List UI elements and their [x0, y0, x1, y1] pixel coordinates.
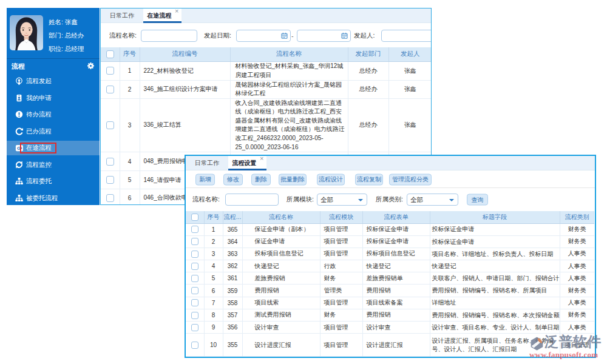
flow-design-button[interactable]: 流程设计 — [317, 174, 345, 185]
cell-seq: 4 — [120, 152, 140, 171]
table-row[interactable]: 6 359 费用报销 管理类 费用报销 费用报销、报销编号、报销名称、所属项目 … — [186, 285, 594, 297]
table-row[interactable]: 4 362 快递登记 行政 快递登记 快递登记 人事类 — [186, 260, 594, 272]
tab-flow-settings[interactable]: 流程设置× — [228, 156, 266, 170]
table-row[interactable]: 1 222_材料验收登记 材料验收登记_材料采购_张鑫_华润12城房建工程项目 … — [101, 61, 432, 80]
cell-flow-category: 财务类 — [560, 223, 594, 235]
chevron-down-icon — [358, 199, 363, 201]
sidebar-item-todo-flow[interactable]: 待办流程 — [7, 106, 100, 123]
cell-seq: 6 — [204, 285, 223, 297]
date-to-input[interactable] — [297, 30, 351, 42]
table-row[interactable]: 3 336_竣工结算 收入合同_改建铁路成渝线增建第二直通线（成渝枢纽）电力线路… — [101, 98, 432, 152]
row-checkbox[interactable] — [191, 312, 198, 319]
cell-flow-name: 差旅费报销 — [242, 272, 320, 285]
edit-button[interactable]: 修改 — [223, 174, 243, 185]
cell-flow-module: 财务 — [320, 309, 362, 321]
table-row[interactable]: 5 361 差旅费报销 财务 差旅费报销单 关联客户、报销人、申请日期、部门、报… — [186, 272, 594, 285]
delete-button[interactable]: 删除 — [251, 174, 271, 185]
settings-tabbar: 日常工作 流程设置× — [186, 156, 595, 170]
search-button[interactable]: 查询 — [467, 194, 488, 206]
sitemap-icon — [15, 177, 23, 185]
table-row[interactable]: 7 358 项目线索 项目管理 项目线索备案 详细地址 人事类 — [186, 297, 594, 309]
cell-flow-name: 收入合同_改建铁路成渝线增建第二直通线（成渝枢纽）电力线路迁改工程_西安盛器金属… — [230, 98, 348, 152]
row-checkbox[interactable] — [106, 86, 114, 93]
sidebar-item-transit-flow[interactable]: G 在途流程 — [7, 141, 100, 155]
row-checkbox[interactable] — [191, 299, 198, 306]
table-row[interactable]: 10 355 设计进度汇报 项目管理 设计进度汇报 设计进度汇报、所属项目、任务… — [186, 334, 594, 357]
flow-copy-button[interactable]: 流程复制 — [355, 174, 383, 185]
profile-name-label: 姓名: — [49, 18, 63, 25]
cell-title-fields: 快递登记 — [430, 260, 560, 272]
row-checkbox[interactable] — [191, 324, 198, 331]
settings-toolbar: 新增 修改 删除 批量删除 流程设计 流程复制 管理流程分类 — [186, 171, 595, 188]
select-all-checkbox[interactable] — [191, 214, 198, 221]
header-cell: 发起人 — [388, 47, 432, 61]
manage-flow-category-button[interactable]: 管理流程分类 — [389, 174, 432, 185]
cell-checkbox — [101, 189, 120, 205]
add-button[interactable]: 新增 — [195, 174, 215, 185]
row-checkbox[interactable] — [106, 158, 114, 166]
cell-flow-category: 人事类 — [560, 322, 594, 334]
category-select-value: 全部 — [410, 196, 423, 203]
cell-flow-code: 356 — [223, 322, 242, 334]
row-checkbox[interactable] — [191, 263, 198, 270]
tab-transit-flow[interactable]: 在途流程× — [143, 8, 181, 23]
cell-flow-category: 财务类 — [560, 235, 594, 248]
module-select-value: 全部 — [320, 196, 333, 203]
close-icon[interactable]: × — [175, 8, 178, 15]
sidebar-item-flow-monitor[interactable]: 流程监控 — [7, 157, 100, 174]
row-checkbox[interactable] — [191, 251, 198, 258]
cell-flow-code: 357 — [223, 309, 242, 321]
row-checkbox[interactable] — [191, 287, 198, 294]
sidebar-item-my-applications[interactable]: 我的申请 — [7, 90, 100, 107]
tab-daily-work-2[interactable]: 日常工作 — [188, 156, 226, 170]
module-select[interactable]: 全部 — [317, 194, 367, 206]
category-select[interactable]: 全部 — [407, 194, 458, 206]
row-checkbox[interactable] — [191, 342, 198, 349]
cell-seq: 7 — [204, 297, 223, 309]
flow-name-input-2[interactable] — [225, 194, 279, 206]
cell-flow-form: 设计审查 — [362, 322, 430, 334]
cell-title-fields: 详细地址 — [430, 297, 560, 309]
row-checkbox[interactable] — [106, 194, 114, 202]
table-row[interactable]: 2 346_施工组织设计方案申请 晟铭园林绿化工程组织设计方案_晟铭园林绿化工程… — [101, 80, 432, 98]
row-checkbox[interactable] — [106, 67, 114, 75]
flow-name-label: 流程名称: — [109, 32, 137, 40]
tab-daily-work[interactable]: 日常工作 — [103, 8, 141, 23]
cell-checkbox — [186, 235, 204, 248]
sidebar-item-label: 被委托流程 — [26, 194, 58, 202]
table-row[interactable]: 9 356 设计审查 项目管理 设计审查 设计审查、项目名称、专业、设计人、制单… — [186, 322, 594, 334]
select-all-checkbox[interactable] — [106, 50, 114, 58]
header-cell: 标题字段 — [430, 211, 560, 223]
cell-flow-category: 财务类 — [560, 285, 594, 297]
exclamation-circle-icon — [15, 110, 23, 118]
initiator-input[interactable] — [381, 30, 432, 42]
row-checkbox[interactable] — [191, 238, 198, 245]
row-checkbox[interactable] — [191, 275, 198, 282]
cell-flow-name: 费用报销 — [242, 285, 320, 297]
table-row[interactable]: 3 363 投标项目信息登记 项目管理 投标项目信息登记 项目名称、详细地址、投… — [186, 248, 594, 260]
table-row[interactable]: 2 364 保证金申请 项目管理 投标保证金申请 投标保证金申请 财务类 — [186, 235, 594, 248]
cell-flow-form: 投标保证金申请 — [362, 223, 430, 235]
table-row[interactable]: 8 357 测试费用报销 财务 费用报销 费用报销、报销编号、报销名称、本次报销… — [186, 309, 594, 321]
sidebar: 姓名: 张鑫 部门: 总经办 职位: 总经理 流程 流程发起 我的申请 待办流程… — [7, 8, 100, 205]
batch-delete-button[interactable]: 批量删除 — [279, 174, 307, 185]
gear-icon[interactable] — [87, 62, 94, 69]
close-icon[interactable]: × — [260, 155, 263, 163]
cell-flow-name: 晟铭园林绿化工程组织设计方案_晟铭园林绿化工程 — [230, 80, 348, 98]
table-row[interactable]: 1 365 保证金申请（副本） 项目管理 投标保证金申请 投标保证金申请 财务类 — [186, 223, 594, 235]
cell-start-person: 张鑫 — [388, 98, 432, 152]
cell-start-dept: 总经办 — [348, 80, 388, 98]
flow-name-input[interactable] — [141, 30, 197, 42]
sidebar-item-done-flow[interactable]: 已办流程 — [7, 123, 100, 140]
row-checkbox[interactable] — [106, 121, 114, 129]
cell-flow-category: 人事类 — [560, 272, 594, 285]
sidebar-item-flow-delegate[interactable]: 流程委托 — [7, 173, 100, 190]
row-checkbox[interactable] — [191, 226, 198, 233]
sidebar-item-flow-start[interactable]: 流程发起 — [7, 73, 100, 90]
row-checkbox[interactable] — [106, 176, 114, 184]
transit-filterbar: 流程名称: 发起日期: - 发起人: — [101, 24, 431, 47]
sync-icon — [15, 161, 23, 169]
cell-checkbox — [186, 272, 204, 285]
date-from-input[interactable] — [236, 30, 291, 42]
sidebar-item-delegated-flow[interactable]: 被委托流程 — [7, 190, 100, 207]
